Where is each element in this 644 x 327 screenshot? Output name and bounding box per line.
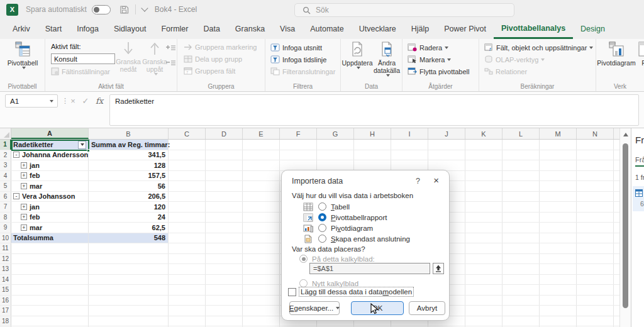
cell-a2[interactable]: Johanna Andersson: [11, 150, 89, 160]
empty-cell[interactable]: [89, 275, 169, 285]
radio-table[interactable]: [318, 202, 326, 211]
radio-pivotchart[interactable]: [318, 224, 326, 232]
tab-pivottabellanalys[interactable]: Pivottabellanalys: [494, 19, 573, 39]
expand-icon[interactable]: [21, 172, 27, 179]
cell-a8[interactable]: feb: [11, 213, 89, 223]
row-number[interactable]: 2: [0, 150, 11, 160]
column-header-j[interactable]: J: [428, 128, 465, 139]
add-to-data-model-row[interactable]: Lägg till dessa data i datamodellen: [288, 287, 413, 296]
option-new-worksheet[interactable]: Nytt kalkylblad: [299, 279, 358, 288]
row-number[interactable]: 5: [0, 181, 11, 191]
cell-a1[interactable]: Radetiketter: [11, 140, 89, 150]
empty-cell[interactable]: [11, 275, 89, 285]
fields-items-sets-button[interactable]: f Fält, objekt och uppsättningar: [484, 43, 593, 52]
cell-b8[interactable]: 24: [89, 213, 169, 223]
column-header-f[interactable]: F: [280, 128, 317, 139]
radio-existing-worksheet[interactable]: [299, 255, 308, 263]
empty-cells[interactable]: [169, 160, 619, 170]
expand-icon[interactable]: [21, 214, 27, 220]
pivottabell-button[interactable]: Pivottabell: [5, 41, 40, 69]
move-pivottable-button[interactable]: Flytta pivottabell: [408, 67, 469, 75]
save-icon[interactable]: [119, 5, 129, 14]
radio-connection-only[interactable]: [318, 235, 326, 243]
tab-sidlayout[interactable]: Sidlayout: [106, 19, 153, 39]
tab-design[interactable]: Design: [573, 19, 613, 39]
quick-access-caret-icon[interactable]: [141, 4, 148, 11]
select-button[interactable]: Markera: [408, 55, 451, 64]
radio-new-worksheet[interactable]: [299, 279, 308, 287]
row-number[interactable]: 7: [0, 202, 11, 212]
row-number[interactable]: 16: [0, 296, 11, 306]
row-number[interactable]: 15: [0, 285, 11, 295]
column-header-e[interactable]: E: [243, 128, 280, 139]
row-number[interactable]: 9: [0, 223, 11, 233]
refresh-button[interactable]: Uppdatera: [343, 41, 371, 69]
cell-b1[interactable]: Summa av Reg. timmar:: [89, 140, 169, 150]
recommended-button-clipped[interactable]: Re: [636, 41, 644, 67]
column-header-h[interactable]: H: [354, 128, 391, 139]
expand-icon[interactable]: [21, 204, 27, 210]
column-header-d[interactable]: D: [206, 128, 243, 139]
data-model-checkbox[interactable]: [288, 288, 296, 296]
empty-cell[interactable]: [89, 316, 169, 326]
drill-up-button[interactable]: Granska uppåt: [141, 41, 169, 75]
excel-logo-icon[interactable]: X: [6, 4, 18, 16]
cell-b9[interactable]: 62,5: [89, 223, 169, 233]
collapse-icon[interactable]: [13, 193, 19, 199]
option-pivotchart[interactable]: Pivotdiagram: [303, 223, 373, 233]
enter-entry-icon[interactable]: ✓: [79, 94, 92, 108]
scrollbar-thumb[interactable]: [623, 143, 628, 308]
fill-handle[interactable]: [87, 149, 90, 152]
option-connection-only[interactable]: Skapa endast anslutning: [303, 234, 410, 243]
cell-a10[interactable]: Totalsumma: [11, 233, 89, 243]
cell-b6[interactable]: 206,5: [89, 192, 169, 202]
autosave-toggle[interactable]: [92, 5, 111, 14]
olap-tools-button[interactable]: OLAP-verktyg: [484, 55, 545, 64]
scroll-up-icon[interactable]: [623, 133, 628, 136]
collapse-icon[interactable]: [13, 152, 19, 158]
range-input[interactable]: =$A$1: [309, 263, 430, 274]
clear-button[interactable]: Radera: [408, 43, 448, 52]
tab-automate[interactable]: Automate: [303, 19, 352, 39]
range-picker-button[interactable]: [433, 263, 444, 274]
cancel-entry-icon[interactable]: ×: [67, 94, 79, 108]
row-number[interactable]: 1: [0, 140, 11, 150]
column-header-i[interactable]: I: [391, 128, 428, 139]
expand-icon[interactable]: [21, 183, 27, 189]
option-pivottable-report[interactable]: Pivottabellrapport: [303, 213, 387, 222]
empty-cell[interactable]: [89, 306, 169, 316]
filter-connections-button[interactable]: Filteranslutningar: [270, 67, 335, 75]
tab-visa[interactable]: Visa: [272, 19, 303, 39]
empty-cell[interactable]: [89, 264, 169, 274]
row-number[interactable]: 13: [0, 264, 11, 274]
row-number[interactable]: 11: [0, 243, 11, 253]
column-header-b[interactable]: B: [89, 128, 169, 139]
empty-cell[interactable]: [11, 243, 89, 253]
properties-button[interactable]: Egenskaper...: [289, 301, 340, 315]
tab-data[interactable]: Data: [196, 19, 227, 39]
cancel-button[interactable]: Avbryt: [409, 301, 445, 315]
row-number[interactable]: 10: [0, 233, 11, 243]
option-table[interactable]: Tabell: [303, 202, 350, 211]
change-data-source-button[interactable]: Ändra datakälla: [372, 41, 401, 77]
tab-granska[interactable]: Granska: [228, 19, 272, 39]
tab-power-pivot[interactable]: Power Pivot: [436, 19, 494, 39]
cell-a6[interactable]: Vera Johansson: [11, 192, 89, 202]
empty-cell[interactable]: [11, 285, 89, 295]
expand-icon[interactable]: [21, 162, 27, 169]
empty-cells[interactable]: [169, 150, 619, 160]
row-number[interactable]: 6: [0, 192, 11, 202]
option-existing-worksheet[interactable]: På detta kalkylblad:: [299, 254, 375, 263]
row-number[interactable]: 14: [0, 275, 11, 285]
column-header-a[interactable]: A: [11, 128, 89, 139]
row-number[interactable]: 12: [0, 254, 11, 264]
empty-cell[interactable]: [11, 316, 89, 326]
column-header-c[interactable]: C: [169, 128, 206, 139]
empty-cell[interactable]: [89, 243, 169, 253]
column-header-n[interactable]: N: [577, 128, 614, 139]
empty-cells[interactable]: [169, 140, 619, 150]
tab-hjalp[interactable]: Hjälp: [404, 19, 437, 39]
vertical-scrollbar[interactable]: [619, 128, 631, 327]
empty-cell[interactable]: [89, 254, 169, 264]
formula-input[interactable]: Radetiketter: [109, 94, 639, 126]
